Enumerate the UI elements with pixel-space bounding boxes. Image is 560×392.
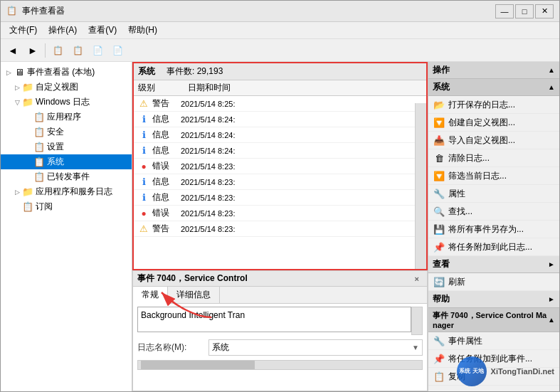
right-section-header-view[interactable]: 查看 ► — [428, 256, 559, 273]
event-dt-0: 2021/5/14 8:25: — [181, 100, 422, 108]
toolbar: ◄ ► 📋 📋 📄 📄 — [1, 39, 559, 62]
sidebar-item-subscriptions[interactable]: 📋 订阅 — [1, 199, 132, 214]
event-list-scrollbar[interactable] — [415, 103, 426, 269]
detail-title: 事件 7040，Service Control — [137, 272, 248, 285]
sidebar-item-forwarded[interactable]: 📋 已转发事件 — [1, 169, 132, 184]
event-table-header: 级别 日期和时间 — [134, 80, 426, 96]
detail-hscrollbar[interactable] — [137, 360, 423, 370]
event-level-3: ℹ 信息 — [138, 144, 181, 157]
toolbar-forward[interactable]: ► — [23, 42, 42, 59]
right-action-event-properties[interactable]: 🔧 事件属性 — [428, 332, 559, 350]
open-folder-icon: 📂 — [433, 98, 445, 111]
center-panel: 系统 事件数: 29,193 级别 日期和时间 ⚠ 警告 — [132, 62, 428, 391]
main-window: 📋 事件查看器 — □ ✕ 文件(F) 操作(A) 查看(V) 帮助(H) ◄ … — [0, 0, 560, 392]
menu-view[interactable]: 查看(V) — [83, 23, 122, 38]
right-panel: 操作 ▲ 系统 ▲ 📂 打开保存的日志... 🔽 创建自定义视图... 📥 导入… — [428, 62, 559, 391]
right-action-search[interactable]: 🔍 查找... — [428, 203, 559, 221]
maximize-button[interactable]: □ — [515, 4, 534, 18]
tree-arrow-sys — [23, 157, 33, 167]
right-action-import-custom-view[interactable]: 📥 导入自定义视图... — [428, 132, 559, 149]
sidebar-item-system[interactable]: 📋 系统 — [1, 154, 132, 169]
event-dt-3: 2021/5/14 8:24: — [181, 147, 422, 155]
sidebar-item-custom-views[interactable]: ▷ 📁 自定义视图 — [1, 80, 132, 95]
toolbar-btn-4[interactable]: 📄 — [108, 42, 127, 59]
table-row[interactable]: ⚠ 警告 2021/5/14 8:25: — [134, 96, 426, 112]
event-dt-1: 2021/5/14 8:24: — [181, 115, 422, 124]
table-row[interactable]: ● 错误 2021/5/14 8:23: — [134, 206, 426, 221]
toolbar-btn-3[interactable]: 📄 — [88, 42, 107, 59]
sidebar-item-app-services[interactable]: ▷ 📁 应用程序和服务日志 — [1, 184, 132, 199]
info-icon: ℹ — [138, 129, 149, 141]
menu-help[interactable]: 帮助(H) — [122, 23, 163, 38]
sidebar-item-event-viewer-local[interactable]: ▷ 🖥 事件查看器 (本地) — [1, 65, 132, 80]
right-section-header-help[interactable]: 帮助 ► — [428, 291, 559, 308]
right-action-filter-log[interactable]: 🔽 筛选当前日志... — [428, 167, 559, 185]
col-header-level[interactable]: 级别 — [138, 82, 188, 94]
tree-icon-setup: 📋 — [33, 142, 45, 153]
right-action-open-saved-log[interactable]: 📂 打开保存的日志... — [428, 96, 559, 114]
tree-icon-custom: 📁 — [22, 82, 33, 93]
sidebar-item-windows-log[interactable]: ▽ 📁 Windows 日志 — [1, 95, 132, 110]
event-level-7: ● 错误 — [138, 207, 181, 219]
tree-arrow-winlog: ▽ — [12, 97, 22, 107]
detail-field-label: 日志名称(M): — [137, 341, 208, 354]
system-collapse-icon[interactable]: ▲ — [548, 83, 555, 91]
create-view-icon: 🔽 — [433, 116, 445, 129]
search-icon: 🔍 — [433, 205, 445, 218]
close-button[interactable]: ✕ — [535, 4, 554, 18]
help-expand-icon[interactable]: ► — [548, 295, 555, 303]
right-action-attach-task-log[interactable]: 📌 将任务附加到此日志... — [428, 238, 559, 256]
detail-tabs: 常规 详细信息 — [133, 287, 427, 304]
attach-task-log-icon: 📌 — [433, 240, 445, 253]
right-action-save-events[interactable]: 💾 将所有事件另存为... — [428, 221, 559, 238]
right-action-create-custom-view[interactable]: 🔽 创建自定义视图... — [428, 114, 559, 132]
sidebar-label-custom: 自定义视图 — [36, 81, 78, 93]
menu-file[interactable]: 文件(F) — [4, 23, 43, 38]
event7040-collapse-icon[interactable]: ▲ — [548, 316, 555, 324]
save-icon: 💾 — [433, 223, 445, 235]
table-row[interactable]: ⚠ 警告 2021/5/14 8:23: — [134, 221, 426, 237]
tree-icon-winlog: 📁 — [22, 97, 33, 108]
right-section-header-actions: 操作 ▲ — [428, 62, 559, 79]
tab-details[interactable]: 详细信息 — [168, 287, 220, 303]
toolbar-btn-1[interactable]: 📋 — [48, 42, 67, 59]
watermark-circle: 系统 天地 — [457, 356, 487, 386]
detail-vscrollbar[interactable] — [411, 307, 423, 335]
table-row[interactable]: ℹ 信息 2021/5/14 8:23: — [134, 174, 426, 190]
tree-arrow-sec — [23, 127, 33, 137]
toolbar-btn-2[interactable]: 📋 — [68, 42, 87, 59]
sidebar-item-setup[interactable]: 📋 设置 — [1, 139, 132, 154]
event-dt-6: 2021/5/14 8:23: — [181, 194, 422, 202]
col-header-datetime[interactable]: 日期和时间 — [188, 82, 422, 94]
sidebar-item-security[interactable]: 📋 安全 — [1, 125, 132, 139]
detail-panel: 事件 7040，Service Control × 常规 详细信息 Backgr… — [132, 270, 428, 391]
minimize-button[interactable]: — — [495, 4, 514, 18]
actions-collapse-icon[interactable]: ▲ — [548, 66, 555, 74]
tree-icon-local: 🖥 — [14, 67, 25, 78]
tab-general[interactable]: 常规 — [133, 287, 168, 304]
detail-close-button[interactable]: × — [411, 273, 423, 285]
title-bar: 📋 事件查看器 — □ ✕ — [1, 1, 559, 22]
table-row[interactable]: ℹ 信息 2021/5/14 8:23: — [134, 190, 426, 206]
toolbar-back[interactable]: ◄ — [4, 42, 22, 59]
table-row[interactable]: ℹ 信息 2021/5/14 8:24: — [134, 143, 426, 159]
table-row[interactable]: ℹ 信息 2021/5/14 8:24: — [134, 127, 426, 143]
sidebar-item-application[interactable]: 📋 应用程序 — [1, 110, 132, 125]
event-dt-5: 2021/5/14 8:23: — [181, 178, 422, 186]
tree-arrow-local: ▷ — [4, 68, 14, 78]
event-level-2: ℹ 信息 — [138, 129, 181, 141]
event-level-4: ● 错误 — [138, 160, 181, 172]
tree-icon-sys: 📋 — [33, 157, 45, 168]
right-action-refresh[interactable]: 🔄 刷新 — [428, 273, 559, 291]
right-action-properties[interactable]: 🔧 属性 — [428, 185, 559, 203]
right-action-clear-log[interactable]: 🗑 清除日志... — [428, 149, 559, 167]
detail-field-value: 系统 ▼ — [208, 339, 423, 356]
menu-action[interactable]: 操作(A) — [43, 23, 83, 38]
event-level-8: ⚠ 警告 — [138, 223, 181, 235]
table-row[interactable]: ℹ 信息 2021/5/14 8:24: — [134, 112, 426, 127]
view-expand-icon[interactable]: ► — [548, 260, 555, 268]
event-dt-4: 2021/5/14 8:23: — [181, 162, 422, 171]
dropdown-arrow-icon[interactable]: ▼ — [412, 344, 419, 351]
warning-icon: ⚠ — [138, 223, 149, 235]
table-row[interactable]: ● 错误 2021/5/14 8:23: — [134, 159, 426, 174]
